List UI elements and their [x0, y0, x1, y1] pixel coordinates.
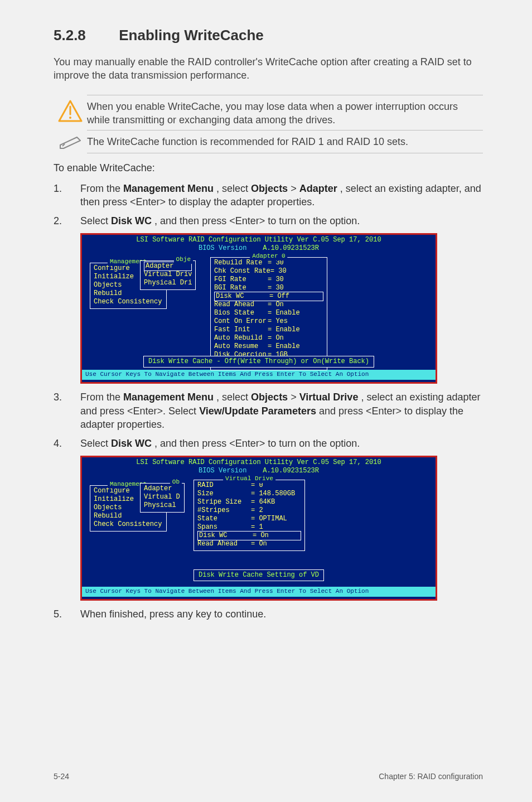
property-value: = 30 [268, 284, 284, 292]
property-key: Chk Const Rate [214, 267, 270, 276]
divider [87, 153, 483, 153]
property-row[interactable]: Spans= 1 [197, 523, 301, 532]
property-row[interactable]: Cont On Error= Yes [214, 317, 323, 326]
objects-menu[interactable]: Obje Adapter Virtual Driv Physical Dri [140, 260, 196, 290]
step-number: 1. [54, 182, 80, 209]
property-row[interactable]: Stripe Size= 64KB [197, 498, 301, 506]
tui-screenshot-1: LSI Software RAID Configuration Utility … [80, 233, 437, 384]
bold: Adapter [299, 183, 337, 194]
property-value: = 148.580GB [251, 490, 295, 498]
tui-prompt: Disk Write Cache - Off(Write Through) or… [143, 356, 374, 368]
property-row[interactable]: State= OPTIMAL [197, 515, 301, 523]
property-key: Read Ahead [214, 301, 268, 309]
chapter-label: Chapter 5: RAID configuration [379, 771, 483, 782]
property-key: Fast Init [214, 326, 268, 334]
text: Select [80, 438, 111, 449]
property-row[interactable]: Bios State= Enable [214, 309, 323, 317]
property-row[interactable]: Size= 148.580GB [197, 490, 301, 498]
virtual-drive-properties[interactable]: Virtual Drive RAID= 0Size= 148.580GBStri… [194, 480, 305, 551]
section-heading: 5.2.8 Enabling WriteCache [54, 26, 483, 45]
steps-list: 1. From the Management Menu , select Obj… [54, 182, 483, 228]
menu-item[interactable]: Check Consistency [94, 520, 163, 529]
property-row[interactable]: Disk WC= On [197, 531, 301, 540]
property-key: Auto Resume [214, 342, 268, 351]
menu-item[interactable]: Check Consistency [94, 298, 163, 306]
svg-marker-3 [60, 137, 80, 148]
property-key: Disk WC [216, 292, 269, 301]
menu-item[interactable]: Physical Dri [144, 279, 192, 287]
property-value: = 64KB [251, 498, 275, 506]
property-value: = Enable [268, 342, 300, 351]
tui-bios-version: A.10.09231523R [263, 244, 319, 252]
tui-screenshot-2: LSI Software RAID Configuration Utility … [80, 456, 437, 601]
property-row[interactable]: Chk Const Rate= 30 [214, 267, 323, 276]
tui-statusbar: Use Cursor Keys To Navigate Between Item… [82, 587, 436, 597]
tui-body: Management Configure Initialize Objects … [82, 253, 436, 370]
property-key: Stripe Size [197, 498, 251, 506]
property-value: = On [251, 540, 267, 548]
property-value: = 1 [251, 523, 263, 532]
tui-titlebar: LSI Software RAID Configuration Utility … [82, 235, 436, 253]
property-key: FGI Rate [214, 276, 268, 284]
page-number: 5-24 [54, 771, 69, 782]
property-row[interactable]: Fast Init= Enable [214, 326, 323, 334]
step-body: From the Management Menu , select Object… [80, 182, 483, 209]
menu-item[interactable]: Rebuild [94, 512, 163, 520]
property-key: Auto Rebuild [214, 334, 268, 342]
property-row[interactable]: Read Ahead= On [214, 301, 323, 309]
bold: View/Update Parameters [199, 405, 316, 417]
menu-item[interactable]: Physical [144, 501, 181, 510]
property-row[interactable]: BGI Rate= 30 [214, 284, 323, 292]
menu-header: Ob [170, 479, 182, 486]
menu-item[interactable]: Virtual Driv [144, 270, 192, 279]
property-value: = Off [269, 292, 289, 301]
property-key: Spans [197, 523, 251, 532]
note-callout: The WriteCache function is recommended f… [54, 134, 483, 149]
text: , and then press <Enter> to turn on the … [154, 438, 360, 449]
property-row[interactable]: FGI Rate= 30 [214, 276, 323, 284]
warning-icon [54, 99, 87, 122]
property-value: = On [268, 334, 284, 342]
step-body: When finished, press any key to continue… [80, 607, 483, 621]
step-body: Select Disk WC , and then press <Enter> … [80, 214, 483, 228]
property-key: Cont On Error [214, 317, 268, 326]
property-key: Bios State [214, 309, 268, 317]
warning-callout: When you enable WriteCache, you may lose… [54, 99, 483, 127]
text: From the [80, 183, 123, 194]
section-number: 5.2.8 [54, 26, 115, 45]
panel-header: Adapter 0 [250, 253, 287, 260]
tui-window: LSI Software RAID Configuration Utility … [80, 456, 437, 601]
adapter-properties[interactable]: Adapter 0 Rebuild Rate= 30Chk Const Rate… [210, 257, 327, 370]
step-body: Select Disk WC , and then press <Enter> … [80, 437, 483, 450]
step-3: 3. From the Management Menu , select Obj… [54, 390, 483, 431]
tui-body: Management Configure Initialize Objects … [82, 475, 436, 587]
property-row[interactable]: #Stripes= 2 [197, 506, 301, 515]
property-value: = Enable [268, 309, 300, 317]
menu-item[interactable]: Rebuild [94, 289, 163, 298]
menu-item[interactable]: Virtual D [144, 493, 181, 501]
bold: Objects [251, 392, 288, 403]
step-2: 2. Select Disk WC , and then press <Ente… [54, 214, 483, 228]
bold: Virtual Drive [299, 392, 359, 403]
property-row[interactable]: Auto Rebuild= On [214, 334, 323, 342]
property-row[interactable]: Disk WC= Off [214, 292, 323, 301]
text: , select [216, 392, 251, 403]
property-key: Read Ahead [197, 540, 251, 548]
step-1: 1. From the Management Menu , select Obj… [54, 182, 483, 209]
bold: Disk WC [111, 215, 152, 226]
panel-header: Virtual Drive [223, 475, 275, 483]
property-key: State [197, 515, 251, 523]
objects-menu[interactable]: Ob Adapter Virtual D Physical [140, 483, 185, 513]
text: , select [216, 183, 251, 194]
bold: Objects [251, 183, 288, 194]
divider [87, 130, 483, 131]
bold: Disk WC [111, 438, 152, 449]
steps-list-cont: 3. From the Management Menu , select Obj… [54, 390, 483, 450]
property-key: BGI Rate [214, 284, 268, 292]
property-value: = Enable [268, 326, 300, 334]
property-row[interactable]: Auto Resume= Enable [214, 342, 323, 351]
divider [87, 95, 483, 95]
step-5: 5. When finished, press any key to conti… [54, 607, 483, 621]
step-number: 3. [54, 390, 80, 431]
property-row[interactable]: Read Ahead= On [197, 540, 301, 548]
